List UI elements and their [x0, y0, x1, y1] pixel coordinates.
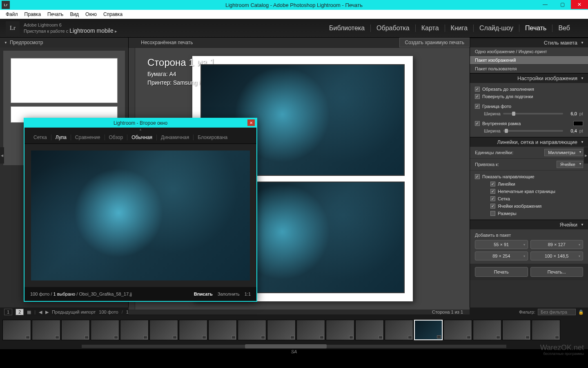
layout-option-single[interactable]: Одно изображение / Индекс-принт [470, 47, 588, 56]
cells-header[interactable]: Ячейки▼ [470, 220, 588, 229]
tab-locked[interactable]: Блокирована [194, 135, 232, 140]
thumbnail[interactable] [473, 320, 501, 340]
layout-option-package[interactable]: Пакет изображений [470, 56, 588, 65]
identity-plate: Lr Adobe Lightroom 6 Приступая к работе … [0, 19, 588, 38]
menu-help[interactable]: Справка [100, 10, 126, 18]
tab-loupe[interactable]: Лупа [51, 135, 71, 140]
filter-label: Фильтр: [519, 310, 535, 314]
cell-size-100x148[interactable]: 100 × 148,5 [530, 251, 584, 260]
module-library[interactable]: Библиотека [323, 25, 370, 32]
thumbnail[interactable] [149, 320, 178, 340]
menu-print[interactable]: Печать [44, 10, 67, 18]
menu-window[interactable]: Окно [82, 10, 100, 18]
menu-edit[interactable]: Правка [21, 10, 45, 18]
zoom-fit-button[interactable]: Вписать [194, 292, 213, 296]
thumbnail[interactable] [355, 320, 384, 340]
inner-frame-checkbox[interactable]: Внутренняя рамка [475, 120, 583, 127]
layout-option-custom[interactable]: Пакет пользователя [470, 65, 588, 73]
minimize-button[interactable]: — [537, 0, 554, 9]
filmstrip-scrollbar[interactable] [0, 343, 588, 349]
thumbnail[interactable] [120, 320, 149, 340]
window-2-button[interactable]: 2 [16, 309, 24, 315]
crop-to-fill-checkbox[interactable]: Обрезать до заполнения [475, 85, 583, 93]
thumbnail[interactable] [91, 320, 119, 340]
preview-panel-header[interactable]: ▼Предпросмотр [0, 38, 128, 47]
thumbnail[interactable] [179, 320, 207, 340]
tab-grid[interactable]: Сетка [29, 135, 51, 140]
menu-file[interactable]: Файл [2, 10, 21, 18]
filmstrip[interactable] [0, 316, 588, 343]
tab-survey[interactable]: Обзор [105, 135, 128, 140]
inner-width-slider[interactable]: Ширина 0,4 pt [475, 127, 583, 135]
thumbnail[interactable] [385, 320, 413, 340]
nav-next-icon[interactable]: ▶ [45, 310, 49, 315]
close-button[interactable]: ✕ [571, 0, 588, 9]
inner-frame-color-swatch[interactable] [573, 121, 583, 126]
collapse-icon[interactable]: ▲ [24, 128, 256, 131]
watermark: WarezOK.net бесплатные программы [540, 344, 584, 356]
module-book[interactable]: Книга [445, 25, 473, 32]
layout-style-header[interactable]: Стиль макета▼ [470, 38, 588, 47]
guides-dimensions-checkbox[interactable]: Размеры [475, 210, 583, 217]
identity-line2[interactable]: Приступая к работе с Lightroom mobile ▸ [24, 27, 117, 34]
thumbnail[interactable] [61, 320, 90, 340]
center-topbar: Несохранённая печать Создать хранимую пе… [129, 38, 470, 47]
snap-to-dropdown[interactable]: Ячейке [557, 161, 583, 168]
cell-size-55x91[interactable]: 55 × 91 [475, 240, 528, 249]
thumbnail[interactable] [326, 320, 354, 340]
right-panel-toggle[interactable]: ▶ [584, 147, 588, 164]
create-saved-print-button[interactable]: Создать хранимую печать [399, 38, 470, 47]
module-web[interactable]: Веб [552, 25, 576, 32]
guides-grid-checkbox[interactable]: Сетка [475, 195, 583, 202]
identity-line1: Adobe Lightroom 6 [24, 22, 117, 27]
filter-dropdown[interactable]: Без фильтра [538, 309, 576, 315]
image-settings-header[interactable]: Настройки изображения▼ [470, 73, 588, 83]
thumbnail[interactable] [532, 320, 560, 340]
window-1-button[interactable]: 1 [4, 309, 12, 315]
thumbnail[interactable] [2, 320, 31, 340]
guides-cells-checkbox[interactable]: Ячейки изображения [475, 202, 583, 210]
menu-view[interactable]: Вид [67, 10, 82, 18]
tab-live[interactable]: Динамичная [157, 135, 194, 140]
rulers-grid-header[interactable]: Линейки, сетка и направляющие▼ [470, 137, 588, 147]
thumbnail[interactable] [502, 320, 531, 340]
photo-border-checkbox[interactable]: Граница фото [475, 103, 583, 110]
ruler-units-dropdown[interactable]: Миллиметры [544, 149, 583, 156]
filter-lock-icon[interactable]: 🔒 [578, 310, 584, 315]
tab-compare[interactable]: Сравнение [71, 135, 105, 140]
thumbnail[interactable] [32, 320, 60, 340]
print-dialog-button[interactable]: Печать... [530, 267, 584, 277]
zoom-fill-button[interactable]: Заполнить [218, 292, 240, 296]
nav-prev-icon[interactable]: ◀ [39, 310, 42, 315]
show-guides-checkbox[interactable]: Показать направляющие [475, 173, 583, 180]
cell-size-89x127[interactable]: 89 × 127 [530, 240, 584, 249]
cell-size-89x254[interactable]: 89 × 254 [475, 251, 528, 260]
second-window-titlebar[interactable]: Lightroom - Второе окно ✕ [24, 119, 256, 128]
border-width-slider[interactable]: Ширина 6,0 pt [475, 110, 583, 117]
thumbnail-selected[interactable] [414, 320, 443, 340]
module-map[interactable]: Карта [415, 25, 445, 32]
guides-bleed-checkbox[interactable]: Непечатные края страницы [475, 188, 583, 195]
win2-selected: 1 выбрано [53, 292, 76, 296]
loupe-image[interactable] [31, 150, 250, 280]
module-develop[interactable]: Обработка [370, 25, 415, 32]
source-label[interactable]: Предыдущий импорт [52, 310, 96, 314]
print-button[interactable]: Печать [475, 267, 528, 277]
thumbnail[interactable] [443, 320, 472, 340]
module-print[interactable]: Печать [519, 25, 552, 32]
rotate-to-fit-checkbox[interactable]: Повернуть для подгонки [475, 93, 583, 100]
thumbnail[interactable] [267, 320, 296, 340]
grid-icon[interactable]: ▦ [27, 310, 31, 315]
left-panel-toggle[interactable]: ◀ [0, 147, 4, 164]
zoom-1to1-button[interactable]: 1:1 [245, 292, 251, 296]
module-slideshow[interactable]: Слайд-шоу [473, 25, 519, 32]
add-to-package-label: Добавить в пакет [475, 233, 583, 238]
thumbnail[interactable] [208, 320, 237, 340]
thumbnail[interactable] [296, 320, 325, 340]
second-window-close-button[interactable]: ✕ [247, 119, 255, 126]
page-thumb-1[interactable] [11, 58, 118, 103]
tab-normal[interactable]: Обычная [127, 135, 157, 140]
guides-rulers-checkbox[interactable]: Линейки [475, 180, 583, 188]
maximize-button[interactable]: ▢ [554, 0, 571, 9]
thumbnail[interactable] [238, 320, 266, 340]
